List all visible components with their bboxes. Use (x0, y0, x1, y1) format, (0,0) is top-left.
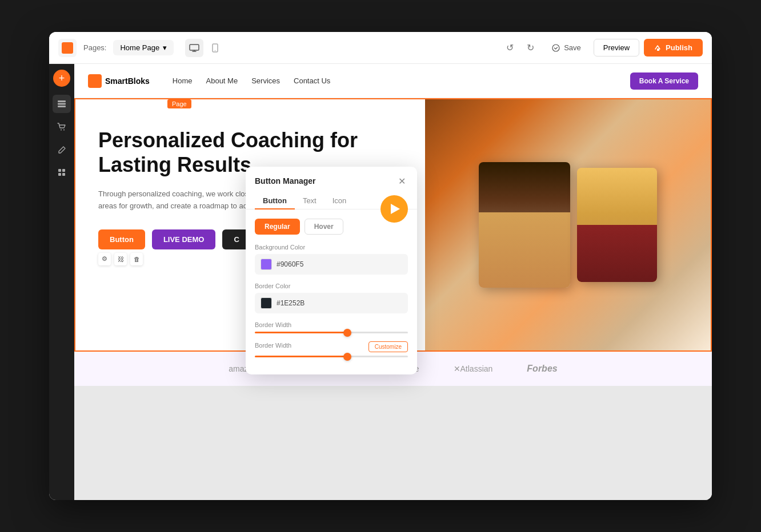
site-logo-icon (88, 74, 102, 88)
svg-rect-6 (58, 103, 66, 105)
button-manager-modal: Button Manager ✕ Button Text Icon (246, 167, 417, 374)
bg-color-label: Background Color (255, 244, 408, 251)
customize-btn[interactable]: Customize (369, 341, 408, 352)
device-buttons (185, 39, 224, 57)
main-layout: + (49, 64, 712, 500)
border-color-value: #1E252B (277, 299, 305, 307)
modal-body: Regular Hover Background Color #9060F5 B… (246, 209, 417, 374)
delete-tool-icon[interactable]: 🗑 (130, 253, 143, 265)
undo-btn[interactable]: ↺ (500, 39, 519, 57)
save-label: Save (564, 43, 581, 52)
site-logo: SmartBloks (88, 74, 150, 88)
hero-right (425, 99, 711, 350)
modal-header: Button Manager ✕ (246, 167, 417, 187)
svg-rect-11 (62, 169, 65, 172)
nav-home: Home (173, 76, 193, 85)
top-bar-right: ↺ ↻ Save Preview Publish (500, 39, 703, 57)
pages-label: Pages: (83, 43, 106, 52)
state-regular-btn[interactable]: Regular (255, 219, 300, 235)
tab-button[interactable]: Button (255, 193, 295, 209)
modal-title: Button Manager (255, 176, 316, 186)
top-bar: Pages: Home Page ▾ ↺ ↻ (49, 32, 712, 64)
svg-rect-12 (58, 173, 61, 176)
page-badge: Page (167, 99, 191, 108)
add-element-btn[interactable]: + (53, 70, 70, 87)
sidebar-layers-icon[interactable] (53, 95, 71, 113)
border-color-input[interactable]: #1E252B (255, 293, 408, 313)
site-logo-name: SmartBloks (105, 76, 150, 86)
hero-btn-live-demo[interactable]: LIVE DEMO (152, 229, 216, 249)
tab-icon[interactable]: Icon (325, 193, 355, 209)
browser-window: Pages: Home Page ▾ ↺ ↻ (49, 32, 712, 500)
bg-color-input[interactable]: #9060F5 (255, 254, 408, 275)
logo-atlassian: ✕Atlassian (454, 364, 493, 373)
preview-btn[interactable]: Preview (594, 39, 639, 57)
border-width-label2: Border Width (255, 342, 291, 349)
border-width-slider1[interactable] (255, 332, 408, 333)
site-navbar: SmartBloks Home About Me Services Contac… (74, 64, 712, 98)
border-width-slider2[interactable] (255, 356, 408, 357)
state-buttons: Regular Hover (255, 219, 408, 235)
save-btn[interactable]: Save (544, 39, 589, 56)
button-tools: ⚙ ⛓ 🗑 (98, 253, 143, 265)
preview-label: Preview (603, 43, 630, 52)
svg-rect-10 (58, 169, 61, 172)
mobile-device-btn[interactable] (206, 39, 224, 57)
publish-btn[interactable]: Publish (644, 39, 703, 57)
logo-forbes: Forbes (527, 364, 557, 374)
svg-point-8 (61, 129, 62, 130)
undo-redo-group: ↺ ↻ (500, 39, 539, 57)
svg-point-3 (552, 45, 559, 51)
nav-contact: Contact Us (294, 76, 330, 85)
svg-rect-13 (62, 173, 65, 176)
sidebar-cart-icon[interactable] (53, 118, 71, 136)
website-preview: SmartBloks Home About Me Services Contac… (74, 64, 712, 500)
svg-rect-5 (58, 100, 66, 102)
settings-tool-icon[interactable]: ⚙ (98, 253, 111, 265)
chevron-down-icon: ▾ (163, 43, 167, 52)
desktop-device-btn[interactable] (185, 39, 203, 57)
border-color-swatch (261, 297, 272, 309)
site-nav-cta[interactable]: Book A Service (630, 72, 698, 90)
play-button-preview[interactable] (380, 195, 408, 223)
hero-btn-orange[interactable]: Button (98, 229, 145, 249)
left-sidebar: + (49, 64, 74, 500)
nav-about: About Me (206, 76, 238, 85)
canvas-area: SmartBloks Home About Me Services Contac… (74, 64, 712, 500)
modal-close-btn[interactable]: ✕ (395, 175, 408, 187)
play-icon (391, 204, 400, 214)
border-width-label1: Border Width (255, 321, 408, 328)
svg-rect-4 (657, 49, 659, 51)
svg-point-9 (63, 129, 65, 130)
tab-text[interactable]: Text (295, 193, 325, 209)
publish-label: Publish (666, 43, 692, 52)
site-nav-links: Home About Me Services Contact Us (173, 76, 331, 85)
sidebar-apps-icon[interactable] (53, 163, 71, 182)
svg-point-2 (214, 50, 215, 51)
page-selector[interactable]: Home Page ▾ (113, 40, 174, 55)
redo-btn[interactable]: ↻ (521, 39, 539, 57)
border-color-label: Border Color (255, 283, 408, 289)
current-page-label: Home Page (120, 43, 159, 52)
link-tool-icon[interactable]: ⛓ (114, 253, 127, 265)
bg-color-value: #9060F5 (277, 260, 303, 268)
sidebar-edit-icon[interactable] (53, 140, 71, 159)
state-hover-btn[interactable]: Hover (305, 219, 343, 235)
svg-rect-7 (58, 106, 66, 107)
svg-rect-0 (190, 45, 199, 50)
bg-color-swatch (261, 259, 272, 270)
nav-services: Services (251, 76, 280, 85)
app-logo (58, 39, 77, 57)
